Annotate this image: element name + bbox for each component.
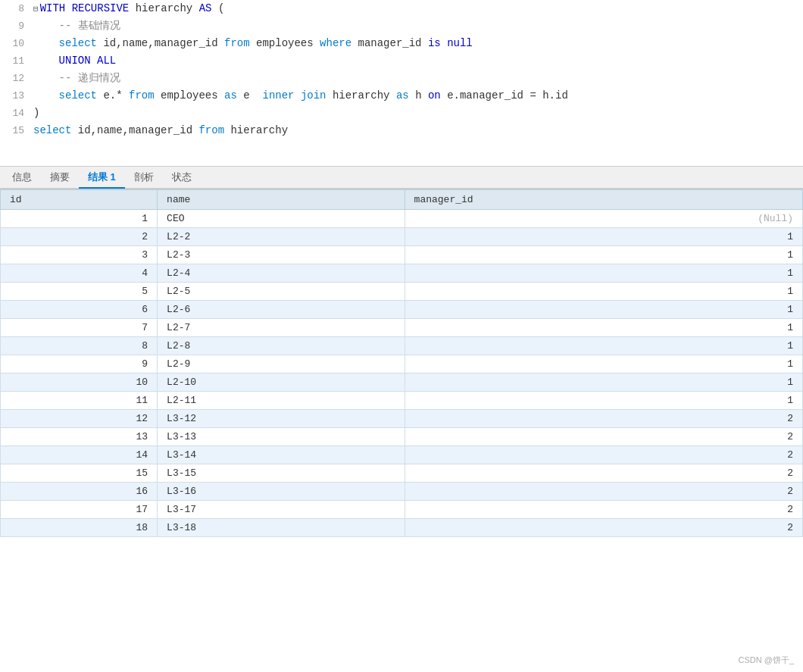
cell-manager-id: 1	[405, 228, 802, 246]
cell-id: 16	[1, 483, 158, 501]
cell-name: L3-16	[158, 483, 405, 501]
sql-keyword-blue: select	[33, 124, 71, 136]
cell-id: 13	[1, 428, 158, 446]
table-row: 8L2-81	[1, 337, 803, 355]
cell-name: L3-13	[158, 428, 405, 446]
table-header: idnamemanager_id	[1, 190, 803, 210]
table-row: 1CEO(Null)	[1, 210, 803, 228]
table-row: 5L2-51	[1, 283, 803, 301]
table-row: 17L3-172	[1, 501, 803, 519]
results-area[interactable]: idnamemanager_id 1CEO(Null)2L2-213L2-314…	[0, 189, 803, 537]
cell-manager-id: 2	[405, 519, 802, 537]
tab-信息[interactable]: 信息	[3, 167, 41, 187]
cell-id: 14	[1, 446, 158, 464]
sql-keyword-blue: select	[33, 89, 97, 102]
cell-id: 18	[1, 519, 158, 537]
line-number: 14	[0, 105, 30, 122]
table-row: 14L3-142	[1, 446, 803, 464]
tabs-bar: 信息摘要结果 1剖析状态	[0, 167, 803, 189]
cell-manager-id: 1	[405, 374, 802, 392]
line-number: 10	[0, 36, 30, 52]
cell-manager-id: 1	[405, 319, 802, 337]
table-row: 15L3-152	[1, 464, 803, 483]
cell-name: L3-18	[158, 519, 405, 537]
line-number: 15	[0, 123, 30, 139]
cell-id: 11	[1, 392, 158, 410]
sql-keyword-on: on	[428, 89, 441, 102]
code-editor[interactable]: 8⊟WITH RECURSIVE hierarchy AS (9 -- 基础情况…	[0, 0, 803, 167]
table-row: 16L3-162	[1, 483, 803, 501]
cell-manager-id: 1	[405, 264, 802, 283]
sql-text: e.*	[97, 89, 129, 102]
cell-id: 9	[1, 355, 158, 374]
code-line: 11 UNION ALL	[0, 52, 803, 70]
sql-text: employees	[155, 89, 224, 102]
cell-manager-id: 1	[405, 301, 802, 319]
line-content: select e.* from employees as e inner joi…	[30, 87, 568, 104]
cell-name: L3-12	[158, 410, 405, 428]
line-content: ⊟WITH RECURSIVE hierarchy AS (	[30, 0, 224, 17]
tab-摘要[interactable]: 摘要	[41, 167, 79, 187]
table-row: 18L3-182	[1, 519, 803, 537]
sql-keyword-blue: from	[198, 124, 224, 136]
sql-comment: -- 递归情况	[33, 72, 120, 84]
code-line: 14)	[0, 105, 803, 122]
cell-name: L3-17	[158, 501, 405, 519]
cell-id: 5	[1, 283, 158, 301]
cell-id: 8	[1, 337, 158, 355]
sql-comment: -- 基础情况	[33, 20, 120, 32]
cell-name: L2-9	[158, 355, 405, 374]
code-line: 12 -- 递归情况	[0, 70, 803, 87]
table-row: 11L2-111	[1, 392, 803, 410]
table-row: 13L3-132	[1, 428, 803, 446]
sql-text: )	[33, 107, 39, 119]
cell-manager-id: 2	[405, 428, 802, 446]
sql-text: h	[409, 89, 428, 102]
col-header-manager_id: manager_id	[405, 190, 802, 210]
cell-id: 12	[1, 410, 158, 428]
cell-manager-id: 1	[405, 337, 802, 355]
cell-manager-id: 2	[405, 501, 802, 519]
sql-keyword-blue: as	[396, 89, 409, 102]
sql-text: (	[211, 2, 224, 14]
sql-text: hierarchy	[327, 89, 396, 102]
cell-name: L2-8	[158, 337, 405, 355]
code-line: 13 select e.* from employees as e inner …	[0, 87, 803, 105]
cell-manager-id: 1	[405, 246, 802, 264]
results-table: idnamemanager_id 1CEO(Null)2L2-213L2-314…	[0, 189, 803, 537]
cell-name: L3-14	[158, 446, 405, 464]
sql-text: hierarchy	[129, 2, 198, 14]
fold-icon: ⊟	[33, 5, 39, 14]
sql-text: manager_id	[352, 37, 428, 49]
cell-id: 2	[1, 228, 158, 246]
sql-keyword: WITH RECURSIVE	[40, 2, 130, 14]
tab-结果-1[interactable]: 结果 1	[79, 167, 125, 189]
sql-text: id,name,manager_id	[97, 37, 224, 49]
tab-剖析[interactable]: 剖析	[125, 167, 163, 187]
col-header-name: name	[158, 190, 405, 210]
sql-text: id,name,manager_id	[71, 124, 198, 136]
cell-id: 17	[1, 501, 158, 519]
col-header-id: id	[1, 190, 158, 210]
line-content: -- 基础情况	[30, 17, 120, 34]
cell-manager-id: 2	[405, 410, 802, 428]
table-row: 9L2-91	[1, 355, 803, 374]
cell-id: 10	[1, 374, 158, 392]
cell-name: L2-6	[158, 301, 405, 319]
line-number: 8	[0, 1, 30, 17]
table-row: 3L2-31	[1, 246, 803, 264]
code-line: 10 select id,name,manager_id from employ…	[0, 35, 803, 52]
line-content: )	[30, 105, 39, 121]
cell-manager-id: 1	[405, 355, 802, 374]
line-content: select id,name,manager_id from employees…	[30, 35, 473, 52]
cell-id: 7	[1, 319, 158, 337]
cell-name: CEO	[158, 210, 405, 228]
sql-keyword: AS	[199, 2, 212, 14]
tab-状态[interactable]: 状态	[163, 167, 201, 187]
sql-keyword-inner: inner join	[262, 89, 326, 102]
line-content: UNION ALL	[30, 52, 116, 69]
line-content: -- 递归情况	[30, 70, 120, 86]
cell-manager-id: 2	[405, 464, 802, 483]
sql-keyword: UNION ALL	[33, 55, 116, 67]
cell-id: 3	[1, 246, 158, 264]
